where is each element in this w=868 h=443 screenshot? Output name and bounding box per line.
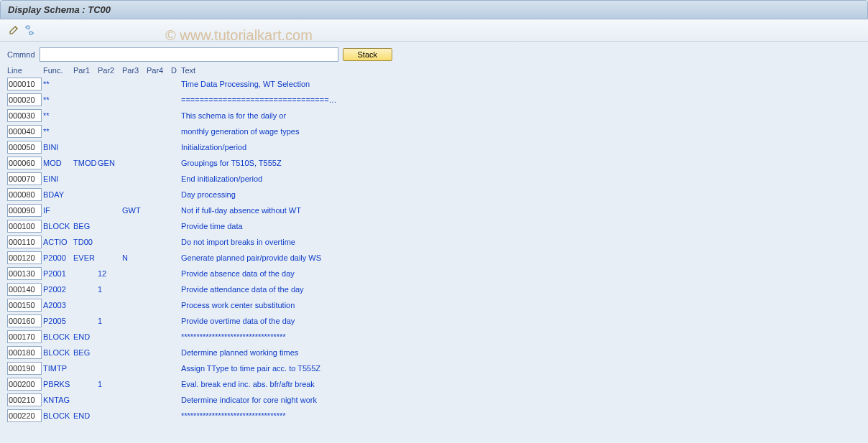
- func-cell[interactable]: **: [43, 80, 73, 88]
- line-input[interactable]: [7, 204, 42, 217]
- func-cell[interactable]: P2002: [43, 285, 73, 294]
- header-par4: Par4: [147, 66, 171, 75]
- text-cell[interactable]: End initialization/period: [181, 174, 861, 183]
- func-cell[interactable]: BLOCK: [43, 222, 73, 230]
- line-input[interactable]: [7, 362, 42, 375]
- text-cell[interactable]: This schema is for the daily or: [181, 111, 861, 120]
- text-cell[interactable]: **********************************: [181, 411, 861, 420]
- func-cell[interactable]: P2001: [43, 269, 73, 278]
- par2-cell[interactable]: 12: [98, 269, 122, 278]
- func-cell[interactable]: MOD: [43, 159, 73, 167]
- change-icon[interactable]: [7, 24, 20, 37]
- text-cell[interactable]: monthly generation of wage types: [181, 127, 861, 136]
- command-bar: Cmmnd Stack: [0, 42, 868, 65]
- par2-cell[interactable]: 1: [98, 285, 122, 294]
- par1-cell[interactable]: BEG: [73, 222, 98, 230]
- par1-cell[interactable]: TMOD: [73, 159, 98, 167]
- text-cell[interactable]: **********************************: [181, 332, 861, 341]
- line-input[interactable]: [7, 109, 42, 122]
- table-row: MODTMODGENGroupings for T510S, T555Z: [7, 155, 861, 171]
- line-input[interactable]: [7, 330, 42, 343]
- par3-cell[interactable]: GWT: [122, 206, 147, 215]
- text-cell[interactable]: Provide attendance data of the day: [181, 285, 861, 294]
- line-input[interactable]: [7, 409, 42, 422]
- line-input[interactable]: [7, 220, 42, 233]
- func-cell[interactable]: KNTAG: [43, 396, 73, 404]
- par2-cell[interactable]: 1: [98, 380, 122, 388]
- line-input[interactable]: [7, 378, 42, 391]
- line-input[interactable]: [7, 78, 42, 90]
- line-input[interactable]: [7, 157, 42, 169]
- text-cell[interactable]: Do not import breaks in overtime: [181, 238, 861, 246]
- line-input[interactable]: [7, 172, 42, 185]
- text-cell[interactable]: Assign TType to time pair acc. to T555Z: [181, 364, 861, 373]
- text-cell[interactable]: Provide time data: [181, 222, 861, 230]
- text-cell[interactable]: Eval. break end inc. abs. bfr/aftr break: [181, 380, 861, 388]
- line-input[interactable]: [7, 93, 42, 106]
- line-input[interactable]: [7, 267, 42, 280]
- table-row: BDAYDay processing: [7, 187, 861, 202]
- line-cell: [7, 188, 43, 201]
- line-input[interactable]: [7, 346, 42, 359]
- line-input[interactable]: [7, 125, 42, 138]
- func-cell[interactable]: **: [43, 111, 73, 120]
- table-row: P200112Provide absence data of the day: [7, 266, 861, 281]
- line-cell: [7, 172, 43, 185]
- par2-cell[interactable]: GEN: [98, 159, 122, 167]
- func-cell[interactable]: BLOCK: [43, 348, 73, 357]
- func-cell[interactable]: TIMTP: [43, 364, 73, 373]
- par1-cell[interactable]: END: [73, 411, 98, 420]
- table-body: **Time Data Processing, WT Selection**==…: [0, 76, 868, 424]
- text-cell[interactable]: Time Data Processing, WT Selection: [181, 80, 861, 88]
- func-cell[interactable]: P2005: [43, 317, 73, 325]
- table-row: A2003Process work center substitution: [7, 297, 861, 313]
- func-cell[interactable]: PBRKS: [43, 380, 73, 388]
- text-cell[interactable]: Determine indicator for core night work: [181, 396, 861, 404]
- header-d: D: [171, 66, 181, 75]
- func-cell[interactable]: **: [43, 127, 73, 136]
- func-cell[interactable]: BLOCK: [43, 332, 73, 341]
- line-input[interactable]: [7, 314, 42, 327]
- line-input[interactable]: [7, 141, 42, 154]
- stack-button[interactable]: Stack: [343, 48, 393, 61]
- header-func: Func.: [43, 66, 73, 75]
- line-cell: [7, 346, 43, 359]
- func-cell[interactable]: BDAY: [43, 190, 73, 199]
- func-cell[interactable]: ACTIO: [43, 238, 73, 246]
- par3-cell[interactable]: N: [122, 253, 147, 262]
- func-cell[interactable]: BLOCK: [43, 411, 73, 420]
- func-cell[interactable]: IF: [43, 206, 73, 215]
- svg-point-1: [29, 32, 32, 34]
- command-input[interactable]: [40, 47, 338, 62]
- line-cell: [7, 141, 43, 154]
- text-cell[interactable]: Generate planned pair/provide daily WS: [181, 253, 861, 262]
- line-cell: [7, 299, 43, 312]
- text-cell[interactable]: Groupings for T510S, T555Z: [181, 159, 861, 167]
- text-cell[interactable]: Process work center substitution: [181, 301, 861, 309]
- text-cell[interactable]: Provide overtime data of the day: [181, 317, 861, 325]
- text-cell[interactable]: Determine planned working times: [181, 348, 861, 357]
- display-icon[interactable]: [23, 24, 36, 37]
- par2-cell[interactable]: 1: [98, 317, 122, 325]
- func-cell[interactable]: **: [43, 95, 73, 104]
- line-input[interactable]: [7, 236, 42, 248]
- line-input[interactable]: [7, 188, 42, 201]
- text-cell[interactable]: Day processing: [181, 190, 861, 199]
- func-cell[interactable]: EINI: [43, 174, 73, 183]
- text-cell[interactable]: Provide absence data of the day: [181, 269, 861, 278]
- line-input[interactable]: [7, 393, 42, 406]
- par1-cell[interactable]: TD00: [73, 238, 98, 246]
- par1-cell[interactable]: END: [73, 332, 98, 341]
- par1-cell[interactable]: BEG: [73, 348, 98, 357]
- func-cell[interactable]: BINI: [43, 143, 73, 151]
- line-input[interactable]: [7, 299, 42, 312]
- text-cell[interactable]: Not if full-day absence without WT: [181, 206, 861, 215]
- line-input[interactable]: [7, 251, 42, 264]
- line-cell: [7, 93, 43, 106]
- func-cell[interactable]: P2000: [43, 253, 73, 262]
- line-input[interactable]: [7, 283, 42, 296]
- text-cell[interactable]: Initialization/period: [181, 143, 861, 151]
- par1-cell[interactable]: EVER: [73, 253, 98, 262]
- func-cell[interactable]: A2003: [43, 301, 73, 309]
- text-cell[interactable]: ================================…: [181, 95, 861, 104]
